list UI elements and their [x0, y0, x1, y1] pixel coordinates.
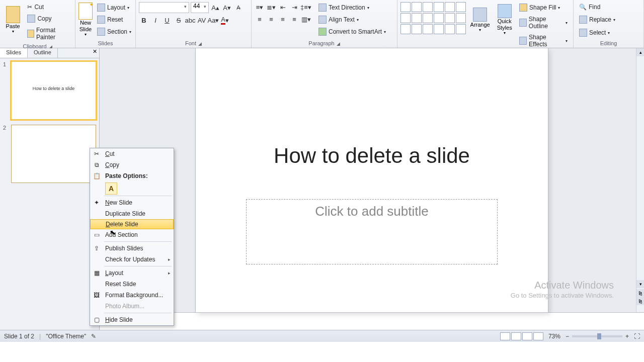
- zoom-out-button[interactable]: −: [566, 333, 569, 340]
- prev-slide-button[interactable]: ⧎: [636, 289, 644, 297]
- slide-thumb-2[interactable]: 2: [3, 125, 96, 183]
- ctx-hide-slide[interactable]: ▢Hide Slide: [90, 314, 174, 325]
- zoom-slider[interactable]: − +: [566, 333, 629, 340]
- align-right-button[interactable]: ≡: [278, 14, 288, 24]
- align-center-button[interactable]: ≡: [266, 14, 276, 24]
- layout-button[interactable]: Layout ▾: [95, 2, 134, 13]
- bold-button[interactable]: B: [139, 15, 149, 25]
- scroll-up-button[interactable]: ▴: [636, 48, 644, 56]
- zoom-in-button[interactable]: +: [625, 333, 629, 340]
- chevron-right-icon: ▸: [168, 270, 171, 276]
- group-editing: 🔍Find Replace ▾ Select ▾ Editing: [574, 0, 644, 48]
- view-buttons[interactable]: [500, 332, 543, 340]
- ctx-paste-options: 📋Paste Options:: [90, 170, 174, 182]
- arrange-button[interactable]: Arrange▾: [468, 2, 492, 37]
- slide-thumb-1[interactable]: 1 How to delete a slide: [3, 61, 96, 120]
- columns-button[interactable]: ▥▾: [301, 14, 311, 24]
- section-button[interactable]: Section ▾: [95, 26, 134, 37]
- subtitle-placeholder[interactable]: Click to add subtitle: [246, 199, 498, 264]
- italic-button[interactable]: I: [150, 15, 160, 25]
- line-spacing-button[interactable]: ‡≡▾: [301, 2, 311, 12]
- find-button[interactable]: 🔍Find: [577, 2, 603, 12]
- replace-button[interactable]: Replace ▾: [577, 14, 618, 25]
- cut-button[interactable]: ✂Cut: [25, 2, 72, 12]
- copy-icon: ⧉: [92, 160, 101, 169]
- quick-styles-button[interactable]: Quick Styles▾: [494, 2, 515, 37]
- chevron-right-icon: ▸: [168, 257, 171, 262]
- cut-icon: ✂: [27, 4, 32, 11]
- spellcheck-icon[interactable]: ✎: [91, 333, 96, 340]
- clear-format-button[interactable]: A̶: [233, 3, 244, 13]
- shape-fill-button[interactable]: Shape Fill ▾: [517, 2, 570, 13]
- thumb-title: How to delete a slide: [12, 86, 96, 91]
- format-painter-button[interactable]: Format Painter: [25, 25, 72, 42]
- vertical-scrollbar[interactable]: ▴ ▾ ⧎ ⧎: [636, 48, 644, 312]
- reset-button[interactable]: Reset: [95, 14, 134, 25]
- section-icon: [97, 28, 105, 36]
- ctx-duplicate-slide[interactable]: Duplicate Slide: [90, 208, 174, 219]
- indent-button[interactable]: ⇥: [289, 2, 299, 12]
- ctx-check-updates[interactable]: Check for Updates▸: [90, 254, 174, 265]
- shapes-gallery[interactable]: [400, 2, 466, 34]
- font-family-combo[interactable]: [139, 2, 189, 13]
- text-direction-icon: [318, 4, 327, 12]
- cursor-icon: ⬉: [109, 228, 117, 237]
- ctx-delete-slide[interactable]: Delete Slide: [90, 219, 174, 229]
- font-color-button[interactable]: A▾: [220, 15, 230, 25]
- font-size-combo[interactable]: 44: [191, 2, 209, 13]
- ctx-format-background[interactable]: 🖼Format Background...: [90, 290, 174, 301]
- ctx-paste-option-keep[interactable]: A: [105, 183, 117, 195]
- new-slide-button[interactable]: ✦ New Slide ▾: [78, 2, 93, 37]
- outdent-button[interactable]: ⇤: [278, 2, 288, 12]
- next-slide-button[interactable]: ⧎: [636, 297, 644, 305]
- shadow-button[interactable]: abc: [185, 15, 195, 25]
- canvas-wrap: How to delete a slide Click to add subti…: [100, 48, 644, 330]
- context-menu: ✂Cut ⧉Copy 📋Paste Options: A ✦New Slide …: [90, 148, 174, 326]
- strike-button[interactable]: S: [174, 15, 184, 25]
- ctx-copy[interactable]: ⧉Copy: [90, 159, 174, 170]
- close-panel-button[interactable]: ✕: [90, 48, 99, 58]
- tab-outline[interactable]: Outline: [28, 48, 58, 58]
- panel-tabs: Slides Outline ✕: [0, 48, 99, 58]
- ctx-publish-slides[interactable]: ⇪Publish Slides: [90, 243, 174, 254]
- shape-outline-button[interactable]: Shape Outline ▾: [517, 14, 570, 31]
- ctx-reset-slide[interactable]: Reset Slide: [90, 279, 174, 290]
- group-clipboard: Paste ▾ ✂Cut Copy Format Painter Clipboa…: [0, 0, 75, 48]
- scroll-down-button[interactable]: ▾: [636, 280, 644, 288]
- align-text-icon: [318, 16, 327, 24]
- spacing-button[interactable]: AV: [197, 15, 207, 25]
- ctx-new-slide[interactable]: ✦New Slide: [90, 197, 174, 208]
- shape-effects-button[interactable]: Shape Effects ▾: [517, 32, 570, 49]
- shrink-font-button[interactable]: A▾: [222, 3, 232, 13]
- numbering-button[interactable]: ≣▾: [266, 2, 276, 12]
- slide-canvas[interactable]: How to delete a slide Click to add subti…: [196, 48, 548, 312]
- notes-pane[interactable]: Click to add notes: [100, 312, 644, 330]
- dialog-launcher-icon[interactable]: ◢: [337, 41, 340, 46]
- grow-font-button[interactable]: A▴: [210, 3, 220, 13]
- copy-button[interactable]: Copy: [25, 13, 72, 24]
- group-drawing: Arrange▾ Quick Styles▾ Shape Fill ▾ Shap…: [397, 0, 574, 48]
- align-text-button[interactable]: Align Text ▾: [316, 14, 388, 25]
- ctx-layout[interactable]: ▦Layout▸: [90, 267, 174, 279]
- thumb-number: 2: [3, 125, 8, 183]
- text-direction-button[interactable]: Text Direction ▾: [316, 2, 388, 13]
- status-slide: Slide 1 of 2: [4, 333, 34, 340]
- paste-button[interactable]: Paste ▾: [3, 2, 23, 37]
- bullets-button[interactable]: ≡▾: [255, 2, 265, 12]
- align-left-button[interactable]: ≡: [255, 14, 265, 24]
- group-label: Editing: [600, 40, 617, 46]
- tab-slides[interactable]: Slides: [0, 48, 28, 58]
- underline-button[interactable]: U: [162, 15, 172, 25]
- body-area: Slides Outline ✕ 1 How to delete a slide…: [0, 48, 644, 330]
- select-button[interactable]: Select ▾: [577, 27, 612, 38]
- zoom-level[interactable]: 73%: [548, 333, 560, 340]
- ctx-add-section[interactable]: ▭Add Section: [90, 229, 174, 240]
- justify-button[interactable]: ≡: [289, 14, 299, 24]
- reset-icon: [97, 16, 105, 24]
- fit-button[interactable]: ⛶: [634, 333, 640, 340]
- ctx-cut[interactable]: ✂Cut: [90, 148, 174, 159]
- case-button[interactable]: Aa▾: [208, 15, 218, 25]
- dialog-launcher-icon[interactable]: ◢: [198, 41, 202, 46]
- convert-smartart-button[interactable]: Convert to SmartArt ▾: [316, 26, 388, 37]
- title-placeholder[interactable]: How to delete a slide: [196, 144, 548, 168]
